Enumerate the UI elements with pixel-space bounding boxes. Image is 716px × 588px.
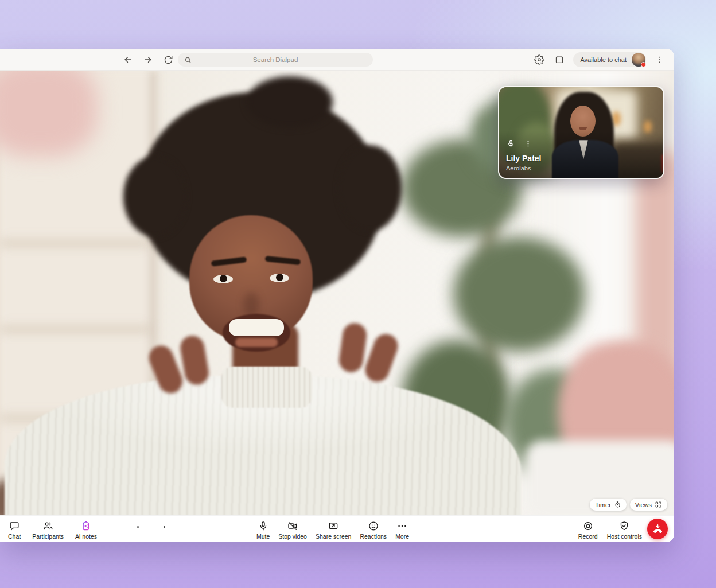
stage-overlay-pills: Timer Views — [590, 499, 667, 511]
participants-icon — [42, 520, 54, 532]
ai-notes-clipboard-icon — [80, 520, 92, 532]
participants-button[interactable]: Participants — [32, 519, 64, 540]
settings-button[interactable] — [533, 53, 546, 66]
person-hair — [247, 76, 333, 128]
chat-bubble-icon — [9, 520, 20, 532]
mute-label: Mute — [256, 533, 270, 540]
nav-button-group — [122, 49, 174, 71]
reload-button[interactable] — [162, 53, 174, 66]
reactions-button[interactable]: Reactions — [360, 519, 387, 540]
browser-toolbar: Available to chat — [0, 49, 674, 71]
back-button[interactable] — [122, 53, 134, 66]
record-button[interactable]: Record — [578, 519, 598, 540]
forward-button[interactable] — [142, 53, 154, 66]
record-label: Record — [578, 533, 598, 540]
search-icon — [184, 56, 192, 64]
stopwatch-icon — [614, 501, 621, 508]
pink-decor-blob — [0, 71, 98, 157]
person-pupil — [276, 274, 283, 281]
pip-info-overlay: Lily Patel Aerolabs — [506, 139, 541, 172]
status-dot — [641, 62, 646, 67]
ai-notes-label: Ai notes — [75, 533, 97, 540]
more-button[interactable]: More — [395, 519, 409, 540]
overflow-menu-button[interactable] — [653, 53, 666, 66]
record-icon — [582, 520, 594, 532]
participants-label: Participants — [32, 533, 64, 540]
chat-button[interactable]: Chat — [8, 519, 21, 540]
hangup-button[interactable] — [647, 519, 668, 539]
host-controls-button[interactable]: Host controls — [607, 519, 642, 540]
share-screen-icon — [328, 520, 339, 532]
chat-label: Chat — [8, 533, 21, 540]
timer-button[interactable]: Timer — [590, 499, 626, 511]
mute-button[interactable]: Mute — [256, 519, 270, 540]
share-screen-button[interactable]: Share screen — [316, 519, 351, 540]
calendar-icon — [554, 54, 565, 65]
availability-status-label: Available to chat — [580, 56, 626, 63]
pip-participant-tile[interactable]: Lily Patel Aerolabs — [498, 86, 664, 179]
stop-video-label: Stop video — [278, 533, 307, 540]
sweater-collar — [221, 367, 312, 408]
microphone-icon — [258, 520, 269, 532]
person-hair — [123, 157, 186, 237]
plant-leaf — [453, 237, 585, 352]
chrome-right-group: Available to chat — [533, 49, 666, 71]
calendar-button[interactable] — [553, 53, 566, 66]
user-avatar — [632, 53, 645, 67]
toolbar-separator-dot — [164, 526, 165, 528]
shelf-line — [0, 240, 150, 247]
grid-views-icon — [655, 501, 662, 508]
reactions-label: Reactions — [360, 533, 387, 540]
availability-status-chip[interactable]: Available to chat — [573, 52, 646, 67]
share-screen-label: Share screen — [316, 533, 351, 540]
app-window: Available to chat — [0, 49, 674, 542]
call-controls-bar: Chat Participants Ai notes — [0, 515, 674, 542]
phone-hangup-icon — [652, 523, 664, 535]
shield-check-icon — [618, 520, 630, 532]
person-pupil — [220, 275, 227, 282]
ai-notes-button[interactable]: Ai notes — [75, 519, 97, 540]
search-field[interactable] — [178, 53, 373, 67]
smiley-icon — [368, 520, 379, 532]
views-label: Views — [635, 501, 652, 508]
person-lower-lip — [235, 338, 278, 347]
stop-video-button[interactable]: Stop video — [278, 519, 307, 540]
microphone-icon[interactable] — [506, 139, 516, 149]
toolbar-separator-dot — [137, 526, 139, 528]
forward-arrow-icon — [142, 54, 154, 65]
shelf-line — [0, 326, 150, 333]
reload-icon — [163, 54, 174, 65]
timer-label: Timer — [595, 501, 611, 508]
toolbar-right-group: Record Host controls — [578, 516, 642, 542]
video-off-icon — [287, 520, 298, 532]
kebab-menu-icon — [655, 55, 664, 64]
person-teeth — [229, 319, 284, 336]
host-controls-label: Host controls — [607, 533, 642, 540]
kebab-menu-icon[interactable] — [524, 139, 532, 148]
main-video-stage: Lily Patel Aerolabs Timer Views — [0, 71, 674, 515]
views-button[interactable]: Views — [630, 499, 667, 511]
back-arrow-icon — [122, 54, 134, 65]
person-hair — [338, 145, 402, 231]
pip-participant-name: Lily Patel — [506, 154, 541, 164]
gear-icon — [534, 54, 544, 65]
pip-participant-org: Aerolabs — [506, 164, 541, 172]
toolbar-left-group: Chat Participants Ai notes — [8, 516, 97, 542]
search-input[interactable] — [192, 56, 359, 63]
more-label: More — [395, 533, 409, 540]
ellipsis-icon — [396, 520, 408, 532]
toolbar-center-group: Mute Stop video Share screen Reactions M… — [256, 516, 409, 542]
